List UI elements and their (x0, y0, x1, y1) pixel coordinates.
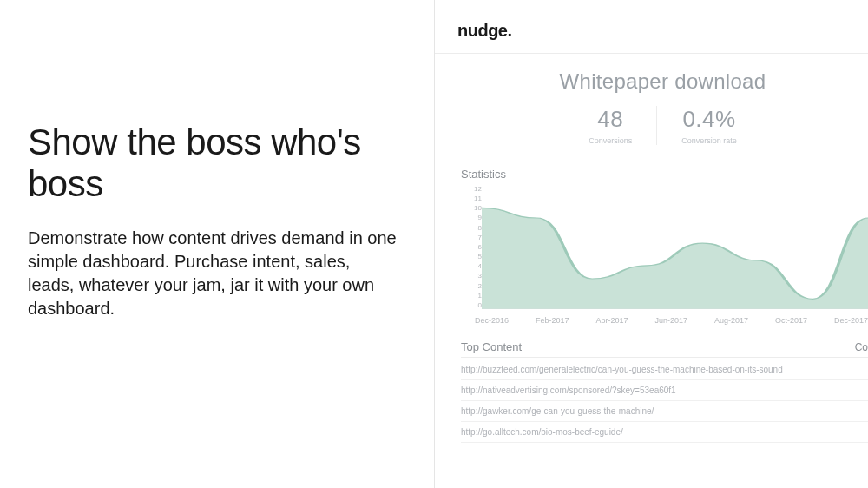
url-list: http://buzzfeed.com/generalelectric/can-… (461, 359, 868, 443)
stat-label: Conversion rate (681, 136, 737, 145)
y-tick: 3 (466, 273, 482, 280)
x-tick: Oct-2017 (775, 316, 807, 325)
y-tick: 5 (466, 254, 482, 260)
stats-row: 48 Conversions 0.4% Conversion rate (457, 106, 868, 145)
y-tick: 10 (466, 205, 482, 212)
top-content-header: Top Content Co (461, 340, 868, 358)
y-tick: 8 (466, 225, 482, 232)
url-row[interactable]: http://buzzfeed.com/generalelectric/can-… (461, 359, 868, 380)
y-tick: 4 (466, 263, 482, 270)
x-axis: Dec-2016Feb-2017Apr-2017Jun-2017Aug-2017… (475, 316, 868, 325)
x-tick: Jun-2017 (654, 316, 687, 325)
headline: Show the boss who's boss (28, 122, 399, 206)
brand-logo: nudge (457, 21, 868, 53)
dashboard-title: Whitepaper download (457, 69, 868, 94)
divider (435, 53, 868, 54)
stat-conversions: 48 Conversions (564, 106, 656, 145)
statistics-chart: 1211109876543210 Dec-2016Feb-2017Apr-201… (457, 186, 868, 325)
area-chart (482, 188, 868, 309)
dashboard-panel: nudge Whitepaper download 48 Conversions… (434, 0, 868, 488)
y-tick: 6 (466, 244, 482, 251)
url-row[interactable]: http://gawker.com/ge-can-you-guess-the-m… (461, 401, 868, 422)
top-content-section: Top Content Co http://buzzfeed.com/gener… (457, 340, 868, 443)
top-content-label: Top Content (461, 340, 522, 353)
y-tick: 1 (466, 293, 482, 300)
body-text: Demonstrate how content drives demand in… (28, 227, 399, 320)
x-tick: Feb-2017 (536, 316, 569, 325)
marketing-copy: Show the boss who's boss Demonstrate how… (0, 0, 434, 488)
y-tick: 0 (466, 302, 482, 309)
y-tick: 2 (466, 283, 482, 290)
stat-label: Conversions (589, 136, 632, 145)
url-row[interactable]: http://go.alltech.com/bio-mos-beef-eguid… (461, 422, 868, 443)
x-tick: Apr-2017 (595, 316, 628, 325)
stat-value: 48 (589, 106, 632, 133)
stat-conversion-rate: 0.4% Conversion rate (656, 106, 761, 145)
stat-value: 0.4% (681, 106, 737, 133)
statistics-label: Statistics (457, 168, 868, 181)
y-tick: 7 (466, 234, 482, 241)
x-tick: Aug-2017 (714, 316, 748, 325)
x-tick: Dec-2016 (475, 316, 509, 325)
y-tick: 11 (466, 195, 482, 202)
y-tick: 12 (466, 186, 482, 193)
x-tick: Dec-2017 (834, 316, 868, 325)
top-content-col-right: Co (855, 341, 868, 353)
y-tick: 9 (466, 214, 482, 221)
y-axis: 1211109876543210 (466, 186, 482, 309)
url-row[interactable]: http://nativeadvertising.com/sponsored/?… (461, 380, 868, 401)
